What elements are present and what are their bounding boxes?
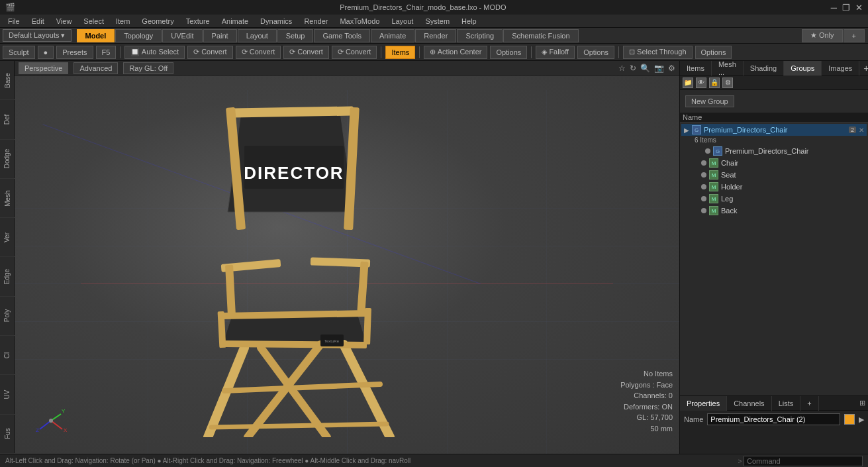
viewport-icon-refresh[interactable]: ↻ [630,64,636,73]
sidebar-item-poly[interactable]: Poly [0,297,15,336]
tree-item-holder[interactable]: M Holder [681,181,867,193]
rp-tab-images[interactable]: Images [822,61,859,76]
options3-button[interactable]: Options [695,46,732,59]
rp-add-button[interactable]: + [859,62,868,75]
bp-tab-channels[interactable]: Channels [727,396,771,411]
viewport-icon-search[interactable]: 🔍 [640,64,650,73]
maximize-button[interactable]: ❐ [842,3,850,13]
menu-item-layout[interactable]: Layout [386,17,418,26]
new-group-button[interactable]: New Group [685,95,734,107]
sculpt-button[interactable]: Sculpt [3,46,35,59]
convert4-button[interactable]: ⟳ Convert [332,46,377,59]
options2-button[interactable]: Options [577,46,614,59]
viewport-icon-settings[interactable]: ⚙ [668,64,675,73]
rp-tab-items[interactable]: Items [680,61,712,76]
sidebar-item-ver[interactable]: Ver [0,218,15,257]
select-through-button[interactable]: ⊡ Select Through [623,46,692,59]
bp-tab-properties[interactable]: Properties [680,396,727,411]
tab-animate[interactable]: Animate [371,29,414,42]
sidebar-item-dodge[interactable]: Dodge [0,140,15,179]
minimize-button[interactable]: ─ [831,3,837,13]
tree-item-premium-chair[interactable]: G Premium_Directors_Chair [681,145,867,157]
layouts-button[interactable]: Default Layouts ▾ [3,29,72,42]
rp-tab-mesh[interactable]: Mesh ... [712,61,744,76]
menu-item-render[interactable]: Render [299,17,333,26]
tab-schematic-fusion[interactable]: Schematic Fusion [503,29,578,42]
bp-expand-icon[interactable]: ⊞ [859,399,865,407]
sidebar-item-def[interactable]: Def [0,100,15,139]
group-icon-settings[interactable]: ⚙ [722,78,733,88]
tab-model[interactable]: Model [77,29,115,42]
menu-item-system[interactable]: System [420,17,455,26]
convert2-button[interactable]: ⟳ Convert [236,46,281,59]
group-x-icon[interactable]: ✕ [859,127,864,134]
sidebar-item-edge[interactable]: Edge [0,257,15,296]
bp-tab-lists[interactable]: Lists [772,396,801,411]
menu-item-maxtomodo[interactable]: MaxToModo [334,17,385,26]
tree-item-chair[interactable]: M Chair [681,157,867,169]
name-input[interactable] [707,413,840,425]
sidebar-item-base[interactable]: Base [0,61,15,100]
group-icon-folder[interactable]: 📁 [683,78,693,88]
tab-layout[interactable]: Layout [238,29,277,42]
sidebar-item-cl[interactable]: Cl [0,336,15,375]
group-icon-lock[interactable]: 🔒 [709,78,720,88]
sidebar-item-mesh[interactable]: Mesh [0,179,15,218]
menu-item-animate[interactable]: Animate [217,17,254,26]
viewport-canvas[interactable]: DIRECTOR [15,76,679,454]
presets-shortcut[interactable]: F5 [96,46,117,59]
viewport-icon-camera[interactable]: 📷 [654,64,664,73]
viewport-icon-star[interactable]: ☆ [618,64,626,73]
viewport-tab-raygl[interactable]: Ray GL: Off [123,62,173,74]
menu-item-file[interactable]: File [3,17,25,26]
tab-render[interactable]: Render [415,29,456,42]
bp-tab-add[interactable]: + [800,396,818,411]
menu-item-edit[interactable]: Edit [26,17,50,26]
tab-scripting[interactable]: Scripting [457,29,503,42]
tree-item-back[interactable]: M Back [681,205,867,217]
group-icon-eye[interactable]: 👁 [696,78,706,88]
action-center-button[interactable]: ⊕ Action Center [424,46,487,59]
tab-setup[interactable]: Setup [277,29,314,42]
sidebar-item-fus[interactable]: Fus [0,415,15,454]
menu-item-dynamics[interactable]: Dynamics [255,17,297,26]
command-input[interactable] [744,456,863,466]
tree-item-leg[interactable]: M Leg [681,193,867,205]
svg-text:Y: Y [62,408,66,414]
viewport-tab-advanced[interactable]: Advanced [73,62,118,74]
name-label: Name [684,415,703,423]
window-controls[interactable]: ─ ❐ ✕ [831,3,863,13]
color-swatch[interactable] [844,414,855,425]
close-button[interactable]: ✕ [855,3,863,13]
group-header-premium[interactable]: ▶ G Premium_Directors_Chair 2 ✕ [681,124,867,136]
star-only-button[interactable]: ★ Only [802,29,843,42]
menu-item-select[interactable]: Select [78,17,109,26]
presets-icon[interactable]: ● [38,46,54,59]
presets-button[interactable]: Presets [56,46,93,59]
viewport-tab-perspective[interactable]: Perspective [19,62,68,74]
menu-item-texture[interactable]: Texture [181,17,215,26]
items-button[interactable]: Items [385,46,415,59]
menu-item-item[interactable]: Item [111,17,135,26]
convert3-button[interactable]: ⟳ Convert [283,46,329,59]
rp-tab-groups[interactable]: Groups [784,61,822,76]
svg-rect-20 [363,307,371,344]
tab-uvedit[interactable]: UVEdit [162,29,202,42]
add-layout-button[interactable]: + [844,29,865,42]
tab-game-tools[interactable]: Game Tools [314,29,370,42]
menu-item-geometry[interactable]: Geometry [136,17,179,26]
tree-item-seat[interactable]: M Seat [681,169,867,181]
viewport[interactable]: Perspective Advanced Ray GL: Off ☆ ↻ 🔍 📷… [15,61,679,454]
convert1-button[interactable]: ⟳ Convert [187,46,233,59]
tab-topology[interactable]: Topology [115,29,162,42]
auto-select-button[interactable]: 🔲 Auto Select [124,46,185,59]
menu-item-help[interactable]: Help [456,17,482,26]
menu-item-view[interactable]: View [51,17,77,26]
tab-paint[interactable]: Paint [203,29,237,42]
falloff-button[interactable]: ◈ Falloff [536,46,575,59]
sidebar-item-uv[interactable]: UV [0,375,15,414]
options1-button[interactable]: Options [490,46,527,59]
arrow-icon[interactable]: ▶ [859,415,864,424]
stat-channels: Channels: 0 [620,390,673,401]
rp-tab-shading[interactable]: Shading [744,61,784,76]
